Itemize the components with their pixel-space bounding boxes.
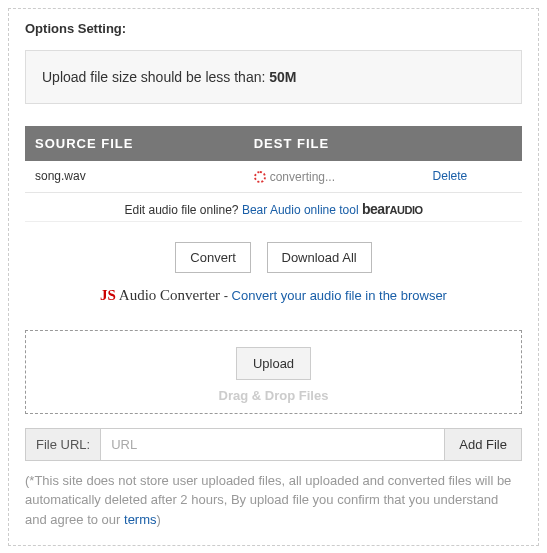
- cell-source: song.wav: [25, 161, 244, 192]
- notice-limit: 50M: [269, 69, 296, 85]
- disclaimer-suffix: ): [157, 512, 161, 527]
- browser-convert-link[interactable]: Convert your audio file in the browser: [232, 288, 447, 303]
- editline-prefix: Edit audio file online?: [124, 203, 241, 217]
- edit-audio-line: Edit audio file online? Bear Audio onlin…: [25, 193, 522, 222]
- col-dest: DEST FILE: [244, 126, 423, 161]
- disclaimer: (*This site does not store user uploaded…: [25, 471, 522, 530]
- js-audio-logo: JS Audio Converter: [100, 288, 220, 303]
- drop-hint: Drag & Drop Files: [26, 388, 521, 403]
- col-source: SOURCE FILE: [25, 126, 244, 161]
- action-buttons-row: Convert Download All: [25, 242, 522, 273]
- files-table: SOURCE FILE DEST FILE song.wav convertin…: [25, 126, 522, 193]
- url-input[interactable]: [101, 429, 444, 460]
- terms-link[interactable]: terms: [124, 512, 157, 527]
- col-actions: [423, 126, 522, 161]
- js-converter-line: JS Audio Converter - Convert your audio …: [25, 287, 522, 304]
- cell-action: Delete: [423, 161, 522, 192]
- options-panel: Options Setting: Upload file size should…: [8, 8, 539, 546]
- disclaimer-text: (*This site does not store user uploaded…: [25, 473, 511, 527]
- url-label: File URL:: [26, 429, 101, 460]
- upload-size-notice: Upload file size should be less than: 50…: [25, 50, 522, 104]
- delete-link[interactable]: Delete: [433, 169, 468, 183]
- panel-title: Options Setting:: [25, 21, 522, 36]
- status-text: converting...: [270, 170, 335, 184]
- jsline-sep: -: [220, 288, 232, 303]
- upload-button[interactable]: Upload: [236, 347, 311, 380]
- bear-audio-link[interactable]: Bear Audio online tool: [242, 203, 359, 217]
- url-row: File URL: Add File: [25, 428, 522, 461]
- cell-dest: converting...: [244, 161, 423, 192]
- notice-text: Upload file size should be less than:: [42, 69, 269, 85]
- dropzone[interactable]: Upload Drag & Drop Files: [25, 330, 522, 414]
- download-all-button[interactable]: Download All: [267, 242, 372, 273]
- bear-audio-logo: bearAUDIO: [362, 203, 423, 217]
- convert-button[interactable]: Convert: [175, 242, 251, 273]
- spinner-icon: [254, 171, 266, 183]
- table-row: song.wav converting... Delete: [25, 161, 522, 192]
- add-file-button[interactable]: Add File: [444, 429, 521, 460]
